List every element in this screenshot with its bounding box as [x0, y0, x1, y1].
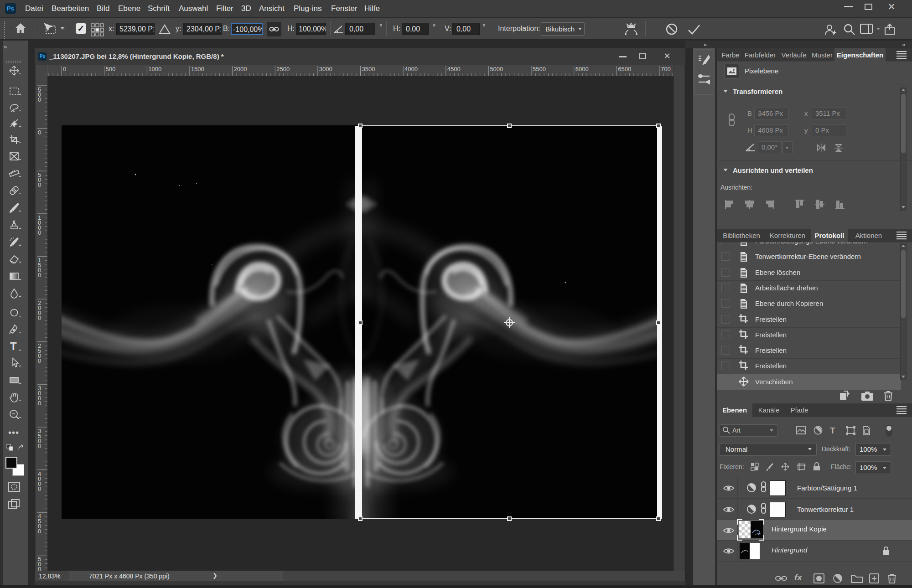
svg-text:6500: 6500: [618, 66, 631, 72]
svg-text:3500: 3500: [362, 66, 375, 72]
svg-text:2000: 2000: [234, 66, 247, 72]
svg-text:6000: 6000: [575, 66, 589, 72]
svg-text:0: 0: [38, 528, 41, 535]
svg-text:1000: 1000: [148, 66, 161, 72]
svg-text:0: 0: [38, 315, 41, 321]
svg-text:5000: 5000: [490, 66, 503, 72]
svg-text:500: 500: [106, 66, 116, 72]
svg-text:0: 0: [38, 443, 41, 449]
svg-text:0: 0: [38, 485, 41, 492]
svg-text:0: 0: [38, 400, 41, 407]
svg-text:1500: 1500: [191, 66, 204, 72]
svg-text:3000: 3000: [319, 66, 332, 72]
svg-text:0: 0: [38, 566, 41, 571]
svg-text:0: 0: [38, 272, 41, 279]
svg-text:0: 0: [38, 129, 41, 136]
svg-text:5500: 5500: [533, 66, 546, 72]
svg-text:0: 0: [38, 96, 41, 103]
svg-text:0: 0: [63, 66, 66, 72]
svg-text:0: 0: [38, 181, 41, 188]
svg-text:0: 0: [38, 229, 41, 236]
svg-text:2500: 2500: [276, 66, 290, 72]
svg-text:4000: 4000: [404, 66, 418, 72]
svg-text:4500: 4500: [447, 66, 461, 72]
svg-text:700: 700: [661, 66, 671, 72]
svg-text:0: 0: [38, 357, 41, 364]
